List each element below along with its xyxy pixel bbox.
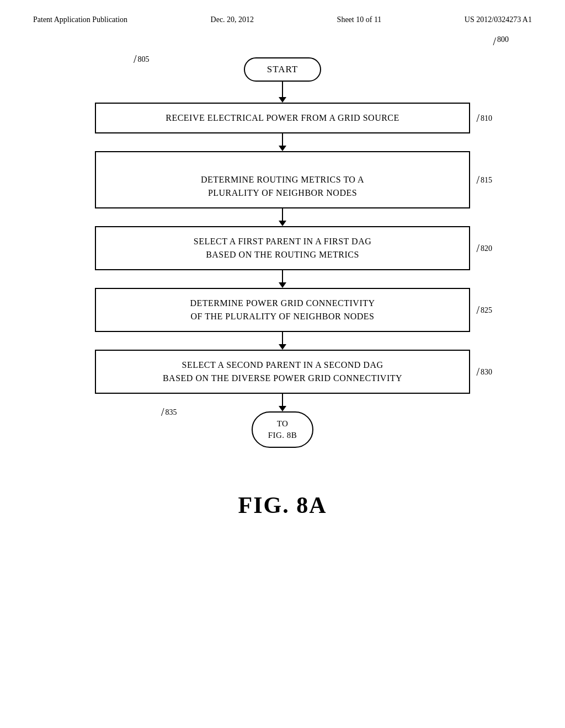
process-box-825: DETERMINE POWER GRID CONNECTIVITYOF THE … bbox=[95, 288, 470, 332]
connector bbox=[282, 332, 283, 344]
process-box-810: RECEIVE ELECTRICAL POWER FROM A GRID SOU… bbox=[95, 103, 470, 133]
ref-810: / 810 bbox=[476, 112, 492, 125]
box-830-wrapper: / 830 SELECT A SECOND PARENT IN A SECOND… bbox=[45, 350, 520, 394]
ref-800: / 800 bbox=[493, 35, 509, 48]
connector bbox=[282, 394, 283, 406]
end-oval: TOFIG. 8B bbox=[252, 411, 314, 448]
process-box-820: SELECT A FIRST PARENT IN A FIRST DAGBASE… bbox=[95, 226, 470, 270]
box-815-wrapper: / 815 DETERMINE ROUTING METRICS TO APLUR… bbox=[45, 151, 520, 208]
process-box-815: DETERMINE ROUTING METRICS TO APLURALITY … bbox=[95, 151, 470, 208]
ref-825: / 825 bbox=[476, 304, 492, 317]
arrow bbox=[279, 221, 286, 226]
connector bbox=[282, 133, 283, 146]
header-date: Dec. 20, 2012 bbox=[211, 15, 254, 24]
page-header: Patent Application Publication Dec. 20, … bbox=[0, 0, 565, 30]
arrow bbox=[279, 97, 286, 103]
arrow bbox=[279, 406, 286, 411]
process-box-830: SELECT A SECOND PARENT IN A SECOND DAGBA… bbox=[95, 350, 470, 394]
ref-835: / 835 bbox=[161, 406, 177, 419]
connector bbox=[282, 208, 283, 221]
ref-830: / 830 bbox=[476, 366, 492, 378]
diagram-area: / 800 / 805 START / 810 RECEIVE ELECTRIC… bbox=[45, 30, 520, 448]
ref-815: / 815 bbox=[476, 174, 492, 186]
header-patent: US 2012/0324273 A1 bbox=[465, 15, 532, 24]
start-oval: START bbox=[244, 57, 321, 82]
arrow bbox=[279, 146, 286, 151]
start-block: / 805 START / 810 RECEIVE ELECTRICAL POW… bbox=[45, 57, 520, 448]
figure-caption: FIG. 8A bbox=[0, 492, 565, 518]
arrow bbox=[279, 344, 286, 350]
connector bbox=[282, 82, 283, 97]
box-825-wrapper: / 825 DETERMINE POWER GRID CONNECTIVITYO… bbox=[45, 288, 520, 332]
header-sheet: Sheet 10 of 11 bbox=[337, 15, 382, 24]
arrow bbox=[279, 282, 286, 288]
header-left: Patent Application Publication bbox=[33, 15, 127, 24]
box-820-wrapper: / 820 SELECT A FIRST PARENT IN A FIRST D… bbox=[45, 226, 520, 270]
box-810-wrapper: / 810 RECEIVE ELECTRICAL POWER FROM A GR… bbox=[45, 103, 520, 133]
ref-820: / 820 bbox=[476, 242, 492, 255]
connector bbox=[282, 270, 283, 282]
